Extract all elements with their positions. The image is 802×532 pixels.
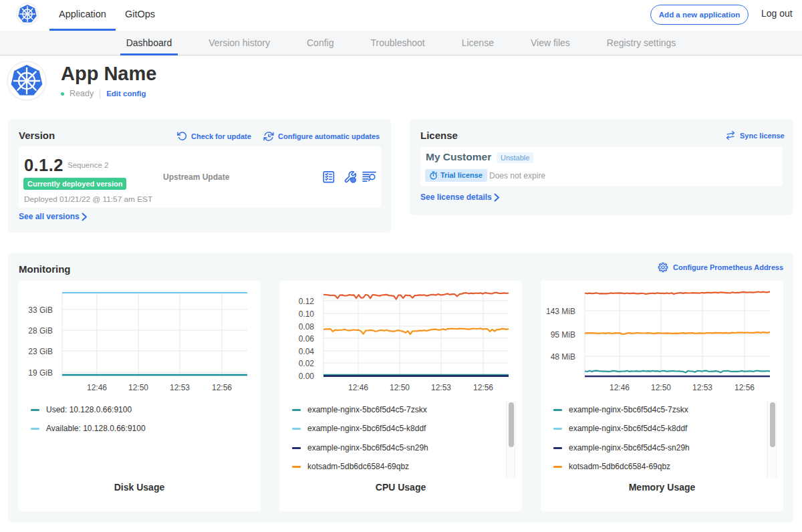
svg-text:12:53: 12:53: [170, 383, 190, 392]
svg-text:12:53: 12:53: [431, 383, 451, 392]
svg-text:33 GiB: 33 GiB: [28, 305, 53, 315]
svg-text:12:56: 12:56: [734, 383, 755, 392]
svg-text:48 MiB: 48 MiB: [551, 352, 575, 362]
svg-text:95 MiB: 95 MiB: [551, 330, 575, 340]
svg-text:28 GiB: 28 GiB: [28, 326, 53, 336]
svg-text:12:46: 12:46: [87, 383, 107, 392]
svg-text:12:56: 12:56: [473, 383, 493, 392]
svg-text:23 GiB: 23 GiB: [28, 347, 53, 356]
svg-text:12:46: 12:46: [348, 383, 368, 392]
svg-text:0.04: 0.04: [299, 347, 315, 356]
svg-text:0.10: 0.10: [299, 309, 315, 319]
svg-text:0.12: 0.12: [299, 297, 315, 306]
svg-text:143 MiB: 143 MiB: [546, 307, 575, 316]
svg-text:19 GiB: 19 GiB: [28, 368, 53, 378]
svg-text:12:53: 12:53: [692, 383, 712, 392]
svg-text:12:50: 12:50: [128, 383, 148, 392]
svg-text:12:50: 12:50: [651, 383, 671, 392]
svg-text:12:56: 12:56: [212, 383, 232, 392]
svg-text:0.08: 0.08: [299, 322, 315, 331]
svg-text:12:46: 12:46: [610, 383, 630, 392]
svg-text:0.02: 0.02: [299, 359, 315, 368]
svg-text:12:50: 12:50: [390, 383, 410, 392]
svg-text:0.06: 0.06: [299, 334, 315, 344]
svg-text:0.00: 0.00: [299, 372, 315, 381]
